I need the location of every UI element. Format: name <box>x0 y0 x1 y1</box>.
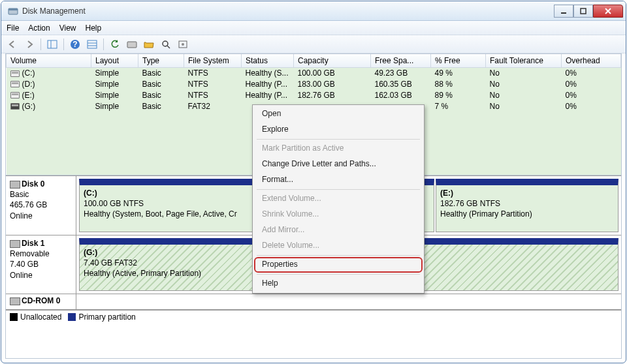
volume-icon <box>10 81 20 87</box>
col-free[interactable]: Free Spa... <box>371 54 431 67</box>
ctx-open[interactable]: Open <box>254 106 423 122</box>
svg-rect-11 <box>127 42 137 48</box>
forward-button[interactable] <box>22 37 37 52</box>
svg-rect-2 <box>561 12 566 14</box>
vol-free: 49.23 GB <box>371 67 431 78</box>
titlebar: Disk Management <box>1 1 626 21</box>
cdrom-title: CD-ROM 0 <box>22 296 60 305</box>
toolbar-settings-icon[interactable] <box>176 37 190 52</box>
vol-name: (C:) <box>22 68 35 78</box>
parte-status: Healthy (Primary Partition) <box>440 209 532 219</box>
toolbar-search-icon[interactable] <box>159 37 173 52</box>
toolbar-list-icon[interactable] <box>85 37 99 52</box>
disk-icon <box>10 240 20 248</box>
col-volume[interactable]: Volume <box>7 54 91 67</box>
partg-label: (G:) <box>84 248 97 257</box>
partition-c[interactable]: (C:) 100.00 GB NTFS Healthy (System, Boo… <box>79 179 257 232</box>
vol-pfree: 7 % <box>431 100 486 112</box>
col-overhead[interactable]: Overhead <box>562 54 621 67</box>
vol-status: Healthy (S... <box>242 67 294 78</box>
maximize-button[interactable] <box>573 5 593 18</box>
toolbar-panel-icon[interactable] <box>45 37 59 52</box>
menu-help[interactable]: Help <box>86 23 102 33</box>
volume-icon <box>10 103 20 110</box>
vol-layout: Simple <box>91 89 138 100</box>
disk-management-window: Disk Management File Action View Help ? <box>1 1 626 363</box>
col-capacity[interactable]: Capacity <box>294 54 371 67</box>
table-row[interactable]: (E:)SimpleBasicNTFSHealthy (P...182.76 G… <box>7 89 621 100</box>
refresh-icon[interactable] <box>108 37 122 52</box>
disk1-title: Disk 1 <box>22 239 44 248</box>
col-fs[interactable]: File System <box>184 54 242 67</box>
vol-status: Healthy (P... <box>242 78 294 89</box>
close-button[interactable] <box>593 5 623 18</box>
svg-rect-4 <box>48 40 57 48</box>
col-fault[interactable]: Fault Tolerance <box>486 54 562 67</box>
vol-fault: No <box>486 100 562 112</box>
vol-name: (D:) <box>22 80 35 89</box>
vol-capacity: 183.00 GB <box>294 78 371 89</box>
vol-fault: No <box>486 67 562 78</box>
cdrom-row: CD-ROM 0 <box>6 294 621 309</box>
disk-icon <box>10 181 20 189</box>
col-status[interactable]: Status <box>242 54 294 67</box>
legend-primary: Primary partition <box>78 312 135 322</box>
vol-fs: NTFS <box>184 89 242 100</box>
col-layout[interactable]: Layout <box>91 54 138 67</box>
disk0-type: Basic <box>10 190 29 199</box>
minimize-button[interactable] <box>554 5 573 18</box>
ctx-properties[interactable]: Properties <box>254 257 423 273</box>
ctx-extend-volume: Extend Volume... <box>254 191 423 207</box>
primary-swatch <box>68 313 76 321</box>
disk0-size: 465.76 GB <box>10 200 47 209</box>
vol-name: (G:) <box>22 102 36 111</box>
disk0-info[interactable]: Disk 0 Basic 465.76 GB Online <box>6 176 76 235</box>
toolbar-open-icon[interactable] <box>142 37 156 52</box>
back-button[interactable] <box>5 37 20 52</box>
vol-fault: No <box>486 78 562 89</box>
menu-action[interactable]: Action <box>28 23 50 33</box>
ctx-shrink-volume: Shrink Volume... <box>254 207 423 222</box>
context-menu: Open Explore Mark Partition as Active Ch… <box>252 104 425 294</box>
vol-pfree: 88 % <box>431 78 486 89</box>
disk1-state: Online <box>10 271 33 280</box>
vol-pfree: 89 % <box>431 89 486 100</box>
vol-type: Basic <box>138 100 184 112</box>
table-row[interactable]: (D:)SimpleBasicNTFSHealthy (P...183.00 G… <box>7 78 621 89</box>
menubar: File Action View Help <box>1 21 626 35</box>
menu-file[interactable]: File <box>7 23 19 33</box>
unallocated-swatch <box>10 313 18 321</box>
vol-layout: Simple <box>91 78 138 89</box>
vol-type: Basic <box>138 67 184 78</box>
vol-capacity: 100.00 GB <box>294 67 371 78</box>
ctx-explore[interactable]: Explore <box>254 122 423 138</box>
vol-overhead: 0% <box>562 78 621 89</box>
ctx-change-drive-letter[interactable]: Change Drive Letter and Paths... <box>254 157 423 172</box>
ctx-format[interactable]: Format... <box>254 172 423 188</box>
cdrom-info[interactable]: CD-ROM 0 <box>6 294 76 309</box>
svg-rect-3 <box>581 8 586 14</box>
vol-capacity: 182.76 GB <box>294 89 371 100</box>
vol-free: 162.03 GB <box>371 89 431 100</box>
vol-pfree: 49 % <box>431 67 486 78</box>
toolbar-disk-icon[interactable] <box>125 37 139 52</box>
table-row[interactable]: (C:)SimpleBasicNTFSHealthy (S...100.00 G… <box>7 67 621 78</box>
col-pfree[interactable]: % Free <box>431 54 486 67</box>
menu-view[interactable]: View <box>59 23 76 33</box>
ctx-help[interactable]: Help <box>254 276 423 292</box>
disk0-title: Disk 0 <box>22 179 44 189</box>
vol-fault: No <box>486 89 562 100</box>
vol-fs: NTFS <box>184 78 242 89</box>
help-icon[interactable]: ? <box>68 37 82 52</box>
vol-layout: Simple <box>91 67 138 78</box>
volume-icon <box>10 92 20 99</box>
partc-label: (C:) <box>84 189 97 198</box>
parte-info: 182.76 GB NTFS <box>440 199 500 208</box>
disk1-size: 7.40 GB <box>10 260 39 269</box>
partg-info: 7.40 GB FAT32 <box>84 258 137 267</box>
disk1-info[interactable]: Disk 1 Removable 7.40 GB Online <box>6 235 76 294</box>
partc-status: Healthy (System, Boot, Page File, Active… <box>84 209 237 219</box>
partition-e[interactable]: (E:) 182.76 GB NTFS Healthy (Primary Par… <box>436 179 619 232</box>
svg-rect-8 <box>88 40 97 48</box>
col-type[interactable]: Type <box>138 54 184 67</box>
